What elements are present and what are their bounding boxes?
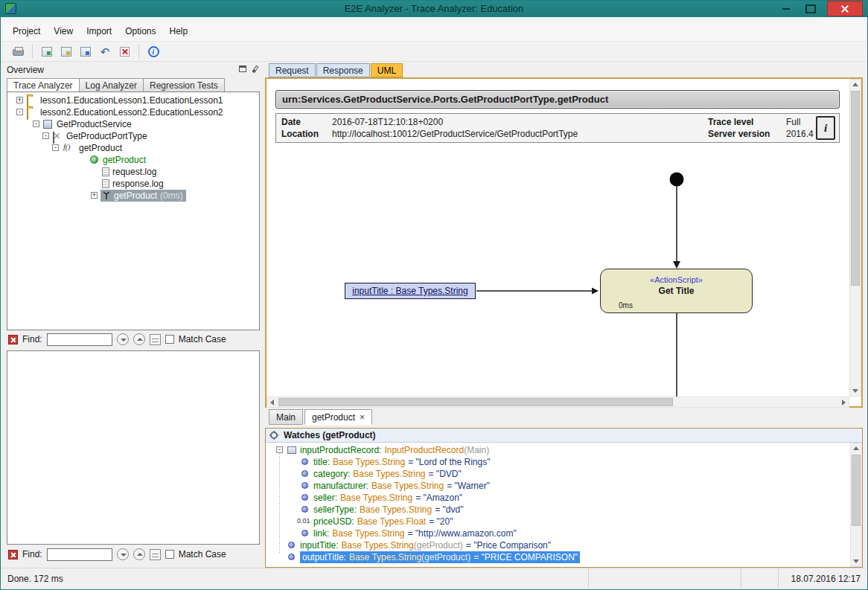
find-input[interactable]	[47, 548, 112, 561]
watch-row[interactable]: seller:Base Types.String= "Amazon"	[266, 492, 849, 504]
pin-icon[interactable]	[252, 65, 258, 73]
watch-row[interactable]: link:Base Types.String= "http://www.amaz…	[266, 528, 849, 539]
expander-icon[interactable]: -	[52, 144, 59, 151]
expander-icon[interactable]: -	[42, 132, 49, 139]
toolbar: ↶ i	[1, 42, 867, 62]
viewer-tabs: Request Response UML	[269, 63, 403, 77]
expander-icon[interactable]: -	[33, 121, 39, 127]
watch-name: category:	[313, 468, 350, 480]
toolbar-separator	[32, 45, 33, 58]
tree-item-operation[interactable]: - f() getProduct	[7, 142, 259, 154]
find-next-button[interactable]	[117, 333, 129, 345]
match-case-checkbox[interactable]	[165, 550, 174, 559]
find-previous-button[interactable]	[133, 548, 145, 560]
watch-row[interactable]: category:Base Types.String= "DVD"	[266, 468, 849, 480]
refresh-tree-button[interactable]	[78, 44, 93, 59]
uml-horizontal-scrollbar[interactable]	[267, 397, 849, 408]
watch-value: = "PRICE COMPARISON"	[473, 551, 578, 563]
status-message: Done. 172 ms	[1, 568, 589, 589]
menu-project[interactable]: Project	[6, 25, 47, 38]
watch-row[interactable]: manufacturer:Base Types.String= "Warner"	[266, 480, 849, 492]
print-button[interactable]	[10, 44, 25, 59]
watch-row[interactable]: 0.01 priceUSD:Base Types.Float= "20"	[266, 516, 849, 528]
expand-tree-button[interactable]	[39, 44, 54, 59]
menu-import[interactable]: Import	[80, 25, 118, 38]
tree-item-porttype[interactable]: - GetProductPortType	[7, 130, 259, 142]
close-find-icon[interactable]	[8, 335, 18, 344]
scroll-up-icon[interactable]	[851, 443, 861, 453]
tree-item-response-log[interactable]: response.log	[7, 178, 259, 190]
close-find-icon[interactable]	[8, 550, 18, 559]
tree-item-service[interactable]: - GetProductService	[7, 118, 259, 130]
watch-row-selected[interactable]: outputTitle:Base Types.String(getProduct…	[266, 551, 849, 563]
scroll-up-icon[interactable]	[850, 80, 860, 89]
tree-item-request-log[interactable]: request.log	[7, 166, 259, 178]
expander-icon[interactable]: +	[91, 192, 98, 199]
undo-button[interactable]: ↶	[98, 44, 112, 59]
action-node-get-title[interactable]: «ActionScript» Get Title 0ms	[600, 269, 753, 313]
watches-panel: Watches (getProduct) - inputProductRecor…	[265, 428, 863, 568]
scroll-right-icon[interactable]	[839, 397, 849, 407]
watch-row[interactable]: title:Base Types.String= "Lord of the Ri…	[266, 456, 849, 468]
expander-icon[interactable]: -	[16, 109, 23, 115]
menu-view[interactable]: View	[47, 25, 80, 38]
collapse-tree-button[interactable]	[59, 44, 74, 59]
title-bar[interactable]: E2E Analyzer - Trace Analyzer: Education	[1, 1, 867, 17]
scrollbar-thumb[interactable]	[851, 91, 860, 286]
tab-trace-analyzer[interactable]: Trace Analyzer	[7, 78, 80, 92]
watches-rows: - inputProductRecord:InputProductRecord(…	[266, 443, 862, 567]
scroll-left-icon[interactable]	[267, 397, 277, 407]
close-button[interactable]	[827, 1, 863, 16]
string-variable-icon	[301, 530, 308, 536]
match-case-checkbox[interactable]	[165, 335, 174, 344]
close-tab-icon[interactable]: ×	[360, 413, 365, 422]
minimize-button[interactable]	[775, 1, 797, 16]
tab-regression-tests[interactable]: Regression Tests	[144, 78, 225, 92]
tab-response[interactable]: Response	[316, 63, 370, 77]
expander-icon[interactable]: -	[276, 446, 283, 453]
clear-button[interactable]	[117, 44, 132, 59]
selected-tree-item[interactable]: getProduct (0ms)	[100, 190, 186, 202]
input-pin-label[interactable]: inputTitle : Base Types.String	[345, 283, 476, 299]
tab-main[interactable]: Main	[269, 409, 303, 425]
scrollbar-thumb[interactable]	[852, 455, 861, 526]
tab-log-analyzer[interactable]: Log Analyzer	[80, 78, 144, 92]
maximize-button[interactable]	[799, 1, 823, 16]
watch-row[interactable]: inputTitle:Base Types.String(getProduct)…	[266, 539, 849, 551]
server-version-value: 2016.4	[786, 129, 814, 139]
highlight-all-button[interactable]	[150, 334, 161, 345]
menu-options[interactable]: Options	[118, 25, 162, 38]
tree-item-lesson2[interactable]: - lesson2.EducationLesson2.EducationLess…	[7, 106, 259, 118]
find-next-button[interactable]	[117, 548, 129, 560]
tab-getproduct[interactable]: getProduct ×	[304, 409, 372, 425]
uml-vertical-scrollbar[interactable]	[849, 79, 861, 397]
scroll-down-icon[interactable]	[850, 386, 860, 396]
toolbar-separator	[138, 45, 139, 58]
server-version-label: Server version	[708, 129, 770, 139]
tree-item-label: request.log	[112, 166, 156, 178]
tree-item-soap-operation[interactable]: getProduct	[7, 154, 259, 166]
tree-item-lesson1[interactable]: + lesson1.EducationLesson1.EducationLess…	[7, 94, 259, 106]
tab-uml[interactable]: UML	[371, 63, 403, 77]
float-window-icon[interactable]	[239, 65, 246, 72]
watch-row[interactable]: sellerType:Base Types.String= "dvd"	[266, 504, 849, 516]
scrollbar-thumb[interactable]	[278, 398, 673, 406]
action-duration: 0ms	[619, 301, 633, 310]
initial-node-icon[interactable]	[670, 173, 684, 187]
find-label: Find:	[22, 549, 42, 559]
tree-item-trace-getproduct[interactable]: + getProduct (0ms)	[7, 190, 259, 202]
uml-diagram-panel: urn:Services.GetProductService.Ports.Get…	[265, 77, 863, 408]
find-input[interactable]	[47, 333, 112, 346]
tab-request[interactable]: Request	[269, 63, 316, 77]
highlight-all-button[interactable]	[150, 549, 161, 560]
info-button[interactable]: i	[146, 44, 161, 59]
trace-level-label: Trace level	[708, 117, 753, 127]
watch-context: (getProduct)	[414, 539, 463, 551]
find-previous-button[interactable]	[133, 333, 145, 345]
details-info-button[interactable]: i	[816, 116, 835, 140]
watch-row[interactable]: - inputProductRecord:InputProductRecord(…	[266, 444, 849, 456]
scroll-down-icon[interactable]	[851, 557, 861, 566]
expander-icon[interactable]: +	[16, 97, 23, 103]
watches-vertical-scrollbar[interactable]	[850, 443, 862, 567]
menu-help[interactable]: Help	[163, 25, 195, 38]
